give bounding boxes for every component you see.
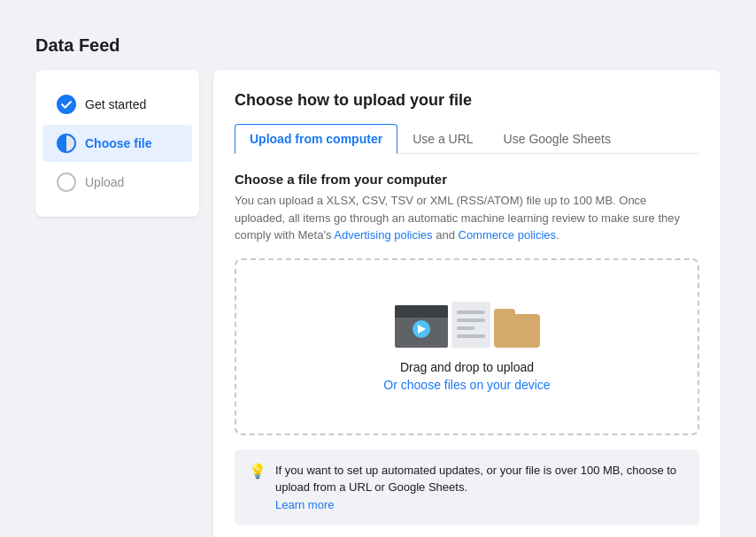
folder-icon bbox=[494, 309, 540, 348]
tabs-container: Upload from computer Use a URL Use Googl… bbox=[235, 124, 699, 154]
sidebar-item-upload[interactable]: Upload bbox=[42, 164, 192, 201]
page-wrapper: Data Feed Get started Choose file bbox=[18, 18, 738, 537]
sidebar-item-get-started-label: Get started bbox=[85, 97, 146, 111]
choose-files-link[interactable]: Or choose files on your device bbox=[383, 378, 550, 392]
step-icon-half bbox=[57, 134, 76, 153]
drop-zone-icons bbox=[395, 302, 540, 348]
line-3 bbox=[457, 326, 475, 330]
sidebar-item-choose-file[interactable]: Choose file bbox=[42, 125, 192, 162]
info-text: If you want to set up automated updates,… bbox=[275, 462, 685, 514]
tab-google-sheets[interactable]: Use Google Sheets bbox=[489, 124, 626, 154]
section-description: You can upload a XLSX, CSV, TSV or XML (… bbox=[235, 192, 699, 244]
content-title: Choose how to upload your file bbox=[235, 91, 699, 110]
info-text-content: If you want to set up automated updates,… bbox=[275, 464, 676, 495]
desc-text-2: and bbox=[433, 228, 459, 242]
sidebar-item-choose-file-label: Choose file bbox=[85, 136, 151, 150]
lightbulb-icon: 💡 bbox=[249, 463, 266, 514]
main-layout: Get started Choose file Upload Choose ho… bbox=[35, 70, 721, 537]
step-icon-empty bbox=[57, 173, 76, 192]
sidebar: Get started Choose file Upload bbox=[35, 70, 199, 217]
line-2 bbox=[457, 318, 485, 322]
play-button-icon bbox=[413, 320, 430, 338]
drop-zone-text: Drag and drop to upload bbox=[400, 360, 534, 374]
line-4 bbox=[457, 334, 485, 338]
main-content: Choose how to upload your file Upload fr… bbox=[213, 70, 721, 537]
step-icon-completed bbox=[57, 95, 76, 114]
folder-body bbox=[494, 314, 540, 348]
sidebar-item-get-started[interactable]: Get started bbox=[42, 86, 192, 123]
info-box: 💡 If you want to set up automated update… bbox=[235, 449, 699, 526]
section-title: Choose a file from your computer bbox=[235, 172, 699, 187]
learn-more-link[interactable]: Learn more bbox=[275, 498, 334, 511]
file-video-icon bbox=[395, 305, 448, 348]
tab-upload-computer[interactable]: Upload from computer bbox=[235, 124, 397, 154]
desc-text-3: . bbox=[556, 228, 559, 242]
page-title: Data Feed bbox=[35, 35, 721, 56]
upload-section: Choose a file from your computer You can… bbox=[235, 172, 699, 537]
drop-zone[interactable]: Drag and drop to upload Or choose files … bbox=[235, 258, 699, 435]
sidebar-item-upload-label: Upload bbox=[85, 175, 124, 189]
commerce-policies-link[interactable]: Commerce policies bbox=[459, 228, 557, 242]
line-1 bbox=[457, 311, 485, 314]
advertising-policies-link[interactable]: Advertising policies bbox=[334, 228, 432, 242]
tab-use-url[interactable]: Use a URL bbox=[397, 124, 488, 154]
document-lines-icon bbox=[451, 302, 490, 348]
